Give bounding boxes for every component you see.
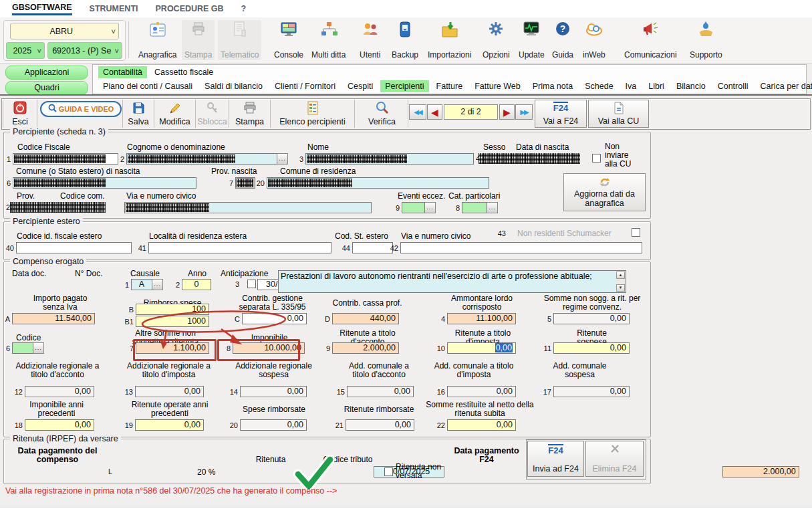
esci-button[interactable]: Esci (3, 100, 37, 128)
nav-quadri-button[interactable]: Quadri (5, 81, 88, 95)
add-comunale-imposta-input[interactable]: 0,00 (447, 386, 516, 397)
cognome-browse-button[interactable] (277, 153, 288, 165)
toolbar-anagrafica-button[interactable]: Anagrafica (136, 20, 179, 60)
codice-fiscale-input[interactable] (13, 153, 118, 165)
comune-residenza-input[interactable] (267, 177, 489, 189)
toolbar-importazioni-button[interactable]: Importazioni (425, 20, 474, 60)
anno-input[interactable]: 0 (182, 279, 211, 290)
anticipazione-checkbox[interactable] (247, 280, 256, 288)
altre-somme-input[interactable]: 1.100,00 (136, 342, 209, 354)
ritenuta-non-versata-checkbox[interactable] (384, 467, 393, 476)
rimborso-spese-b-input[interactable]: 100 (136, 304, 209, 315)
add-regionale-sospesa-input[interactable]: 0,00 (240, 386, 307, 397)
contrib-cassa-input[interactable]: 440,00 (332, 313, 399, 324)
codice-input[interactable] (12, 342, 33, 354)
eventi-eccez-browse-button[interactable] (425, 202, 436, 213)
toolbar-inweb-button[interactable]: inWeb (580, 20, 608, 60)
toolbar-utenti-button[interactable]: Utenti (357, 20, 383, 60)
tab-libri[interactable]: Libri (644, 80, 669, 92)
tab-bilancio[interactable]: Bilancio (672, 80, 710, 92)
spese-rimborsate-input[interactable]: 0,00 (240, 419, 307, 431)
tab-controlli[interactable]: Controlli (713, 80, 753, 92)
prev-record-button[interactable]: ◀ (427, 104, 442, 120)
tab-piano-dei-conti[interactable]: Piano dei conti / Causali (98, 80, 197, 92)
contrib-gestione-input[interactable]: 0,00 (242, 313, 307, 324)
descrizione-field[interactable]: Prestazioni di lavoro autonomo rientrant… (278, 270, 626, 293)
causale-input[interactable]: A (131, 279, 152, 290)
ritenute-sospese-input[interactable]: 0,00 (553, 342, 630, 354)
menu-procedure-gb[interactable]: PROCEDURE GB (156, 4, 224, 13)
toolbar-supporto-button[interactable]: Supporto (687, 20, 725, 60)
comune-nascita-input[interactable] (13, 177, 196, 189)
via-input[interactable] (124, 202, 372, 213)
sesso-nascita-redacted[interactable] (479, 153, 580, 164)
tab-schede[interactable]: Schede (580, 80, 618, 92)
non-residenti-schumacker-checkbox[interactable] (632, 228, 640, 237)
cat-particolari-input[interactable] (462, 202, 487, 213)
ritenute-rimborsate-input[interactable]: 0,00 (346, 419, 414, 431)
scroll-down-icon[interactable]: ▼ (616, 284, 625, 292)
next-record-button[interactable]: ▶ (499, 104, 515, 120)
tab-fatture[interactable]: Fatture (432, 80, 468, 92)
imponibile-input[interactable]: 10.000,00 (233, 342, 305, 354)
ritenute-anni-prec-input[interactable]: 0,00 (135, 419, 204, 431)
ritenuta-input[interactable]: 2.000,00 (722, 466, 799, 478)
tab-iva[interactable]: Iva (621, 80, 642, 92)
menu-help[interactable]: ? (241, 4, 247, 13)
tab-cespiti[interactable]: Cespiti (343, 80, 378, 92)
localita-estera-input[interactable] (148, 242, 331, 253)
add-comunale-sospesa-input[interactable]: 0,00 (553, 386, 630, 397)
last-record-button[interactable]: ▶▶ (515, 104, 533, 120)
verifica-button[interactable]: Verifica (356, 100, 408, 128)
tab-saldi-di-bilancio[interactable]: Saldi di bilancio (200, 80, 267, 92)
toolbar-update-button[interactable]: Update (516, 20, 547, 60)
descrizione-scrollbar[interactable]: ▲ ▼ (616, 272, 625, 292)
cat-particolari-browse-button[interactable] (487, 202, 498, 213)
eventi-eccez-input[interactable] (402, 202, 425, 213)
year-select[interactable]: 2025 (6, 42, 45, 59)
toolbar-backup-button[interactable]: Backup (389, 20, 421, 60)
scroll-up-icon[interactable]: ▲ (616, 272, 625, 279)
menu-gbsoftware[interactable]: GBSOFTWARE (12, 3, 72, 15)
somme-restituite-input[interactable]: 0,00 (447, 419, 516, 431)
firm-select[interactable]: 692013 - (P) Se (47, 42, 122, 59)
tab-prima-nota[interactable]: Prima nota (528, 80, 577, 92)
toolbar-guida-button[interactable]: ? Guida (549, 20, 576, 60)
aggiorna-anagrafica-button[interactable]: Aggiorna dati da anagrafica (563, 173, 646, 211)
tab-carica-per-data[interactable]: Carica per data documento (756, 80, 812, 92)
ammontare-lordo-input[interactable]: 11.100,00 (447, 313, 516, 324)
ritenute-acconto-input[interactable]: 2.000,00 (332, 342, 399, 354)
ritenute-imposta-input[interactable]: 0,00 (447, 342, 516, 354)
non-inviare-checkbox[interactable] (592, 154, 601, 163)
first-record-button[interactable]: ◀◀ (409, 104, 426, 120)
toolbar-multi-ditta-button[interactable]: Multi ditta (309, 20, 348, 60)
add-comunale-acconto-input[interactable]: 0,00 (347, 386, 414, 397)
prov-codicecom-redacted[interactable] (10, 202, 106, 213)
tab-percipienti[interactable]: Percipienti (380, 80, 428, 92)
cod-st-estero-input[interactable] (352, 242, 393, 253)
invia-f24-button[interactable]: F24 Invia ad F24 (527, 441, 584, 477)
causale-browse-button[interactable] (152, 279, 163, 290)
importo-pagato-input[interactable]: 11.540,00 (12, 313, 95, 324)
nome-input[interactable] (305, 153, 474, 165)
toolbar-comunicazioni-button[interactable]: Comunicazioni (622, 20, 680, 60)
rimborso-spese-b1-input[interactable]: 1000 (136, 316, 209, 327)
tab-cassetto-fiscale[interactable]: Cassetto fiscale (150, 66, 218, 78)
tab-clienti-fornitori[interactable]: Clienti / Fornitori (270, 80, 340, 92)
nav-applicazioni-button[interactable]: Applicazioni (5, 66, 88, 80)
codice-id-estero-input[interactable] (16, 242, 132, 253)
vai-a-f24-button[interactable]: F24 Vai a F24 (535, 100, 587, 128)
stampa-button[interactable]: Stampa (229, 100, 271, 128)
vai-alla-cu-button[interactable]: Vai alla CU (588, 100, 649, 128)
modifica-button[interactable]: Modifica (154, 100, 196, 128)
menu-strumenti[interactable]: STRUMENTI (90, 4, 138, 13)
imponibile-anni-prec-input[interactable]: 0,00 (25, 419, 94, 431)
tab-fatture-web[interactable]: Fatture Web (470, 80, 525, 92)
codice-browse-button[interactable] (33, 342, 44, 354)
toolbar-opzioni-button[interactable]: Opzioni (480, 20, 513, 60)
prov-nascita-input[interactable] (235, 177, 255, 189)
tab-contabilita[interactable]: Contabilità (98, 66, 147, 78)
somme-non-sogg-input[interactable]: 0,00 (553, 313, 630, 324)
via-estero-input[interactable] (400, 242, 642, 253)
guida-e-video-button[interactable]: GUIDA E VIDEO (40, 101, 122, 117)
